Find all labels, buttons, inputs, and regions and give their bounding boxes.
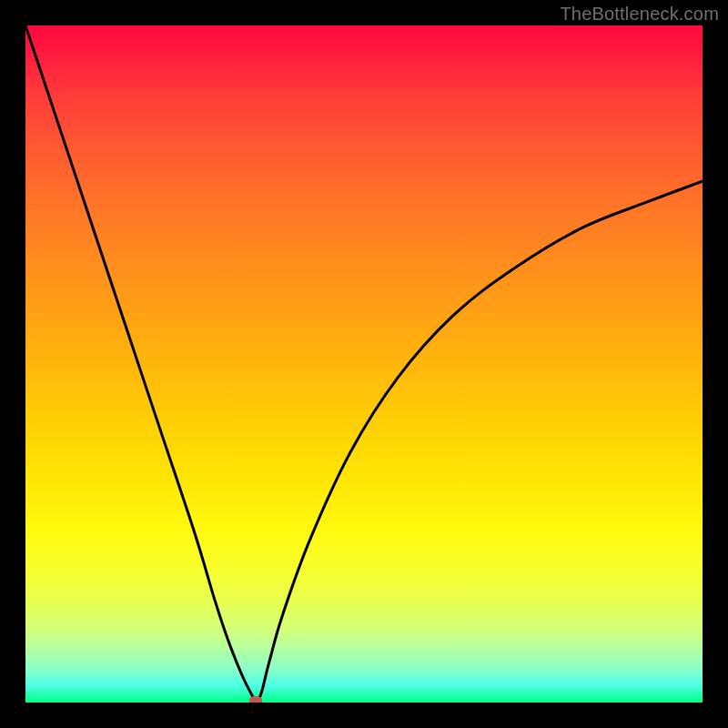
curve-layer	[25, 25, 703, 703]
bottleneck-curve	[25, 25, 703, 701]
watermark-text: TheBottleneck.com	[560, 4, 719, 25]
chart-frame: TheBottleneck.com	[0, 0, 728, 728]
plot-area	[25, 25, 703, 703]
optimum-marker	[249, 696, 262, 703]
